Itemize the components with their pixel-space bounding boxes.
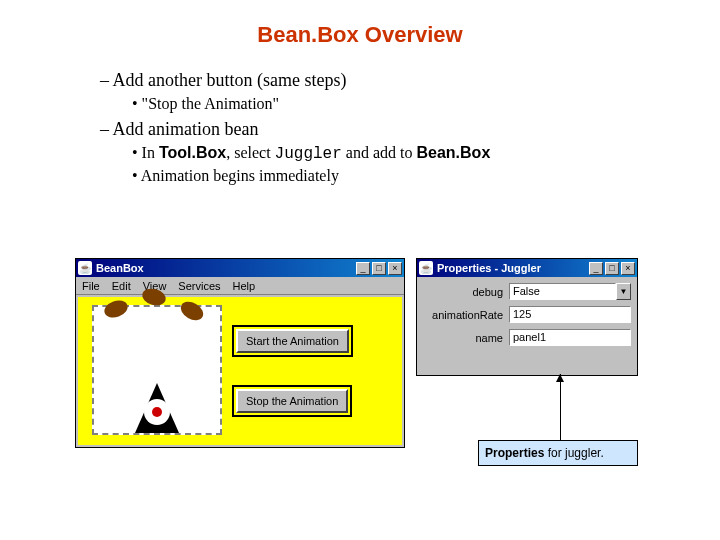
properties-client: debug False ▼ animationRate 125 name pan… [417,277,637,358]
name-input[interactable]: panel1 [509,329,631,346]
properties-title: Properties - Juggler [437,262,589,274]
bullet-1: Add another button (same steps) [100,70,720,91]
bullet-2b: Animation begins immediately [132,167,720,185]
callout-text: for juggler. [544,446,603,460]
beanbox-menubar: File Edit View Services Help [76,277,404,295]
bullet-1a: "Stop the Animation" [132,95,720,113]
duke-icon [127,353,187,433]
maximize-button[interactable]: □ [605,262,619,275]
bean-icon [102,297,130,320]
minimize-button[interactable]: _ [356,262,370,275]
beanbox-window: ☕ BeanBox _ □ × File Edit View Services … [75,258,405,448]
bullet-list: Add another button (same steps) "Stop th… [100,70,720,185]
minimize-button[interactable]: _ [589,262,603,275]
menu-services[interactable]: Services [178,280,220,292]
callout-line [560,374,561,440]
property-label: debug [421,286,509,298]
slide-title: Bean.Box Overview [0,0,720,48]
close-button[interactable]: × [388,262,402,275]
animation-rate-input[interactable]: 125 [509,306,631,323]
juggler-bean[interactable] [92,305,222,435]
property-label: animationRate [421,309,509,321]
bean-icon [178,298,207,324]
property-row: animationRate 125 [421,306,631,323]
menu-edit[interactable]: Edit [112,280,131,292]
close-button[interactable]: × [621,262,635,275]
menu-file[interactable]: File [82,280,100,292]
properties-window: ☕ Properties - Juggler _ □ × debug False… [416,258,638,376]
menu-help[interactable]: Help [233,280,256,292]
bullet-2a: In Tool.Box, select Juggler and add to B… [132,144,720,163]
stop-animation-button[interactable]: Stop the Animation [236,389,348,413]
property-row: debug False ▼ [421,283,631,300]
bullet-2: Add animation bean [100,119,720,140]
beanbox-canvas[interactable]: Start the Animation Stop the Animation [78,297,402,445]
chevron-down-icon[interactable]: ▼ [616,283,631,300]
callout-box: Properties for juggler. [478,440,638,466]
property-row: name panel1 [421,329,631,346]
properties-titlebar[interactable]: ☕ Properties - Juggler _ □ × [417,259,637,277]
property-label: name [421,332,509,344]
callout-bold: Properties [485,446,544,460]
debug-select[interactable]: False [509,283,616,300]
beanbox-titlebar[interactable]: ☕ BeanBox _ □ × [76,259,404,277]
java-icon: ☕ [419,261,433,275]
maximize-button[interactable]: □ [372,262,386,275]
start-animation-button[interactable]: Start the Animation [236,329,349,353]
java-icon: ☕ [78,261,92,275]
beanbox-title: BeanBox [96,262,356,274]
